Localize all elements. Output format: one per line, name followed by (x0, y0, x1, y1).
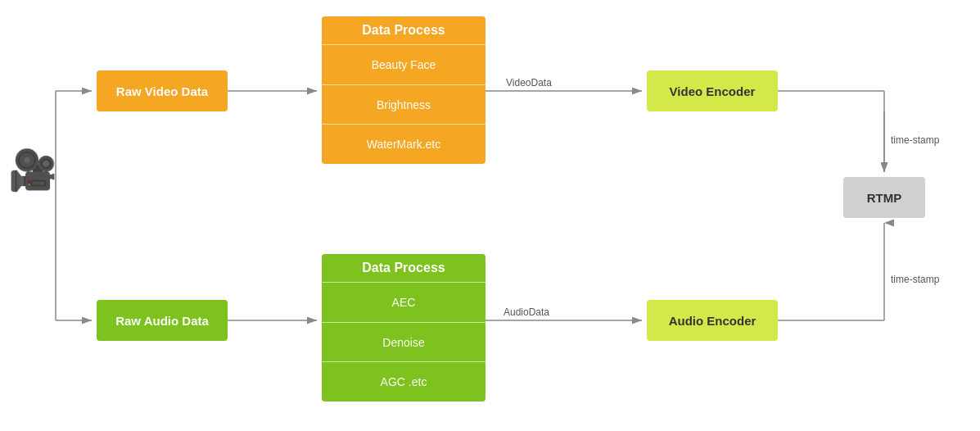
diagram: 🎥 Raw Video Data Raw Audio Data Data Pro… (0, 0, 980, 431)
data-process-video-header: Data Process (322, 16, 485, 44)
audio-data-label: AudioData (504, 306, 549, 318)
rtmp-box: RTMP (843, 177, 925, 218)
timestamp-label-1: time-stamp (891, 134, 940, 146)
video-encoder-box: Video Encoder (647, 70, 778, 111)
raw-audio-label: Raw Audio Data (115, 314, 209, 328)
audio-encoder-box: Audio Encoder (647, 300, 778, 341)
raw-video-label: Raw Video Data (116, 84, 208, 98)
process-audio-item-3: AGC .etc (322, 361, 485, 402)
video-data-label: VideoData (506, 77, 552, 88)
timestamp-label-2: time-stamp (891, 274, 940, 285)
arrows-svg: VideoData time-stamp AudioData time-stam… (0, 0, 980, 431)
video-encoder-label: Video Encoder (670, 84, 756, 98)
process-video-item-2: Brightness (322, 84, 485, 125)
raw-video-box: Raw Video Data (97, 70, 228, 111)
camera-icon: 🎥 (8, 147, 57, 193)
process-audio-item-1: AEC (322, 282, 485, 322)
process-video-item-3: WaterMark.etc (322, 124, 485, 164)
data-process-audio-items: AEC Denoise AGC .etc (322, 282, 485, 402)
audio-encoder-label: Audio Encoder (669, 314, 756, 328)
data-process-video-box: Data Process Beauty Face Brightness Wate… (322, 16, 485, 164)
data-process-audio-header: Data Process (322, 254, 485, 282)
rtmp-label: RTMP (867, 191, 902, 205)
data-process-audio-box: Data Process AEC Denoise AGC .etc (322, 254, 485, 402)
raw-audio-box: Raw Audio Data (97, 300, 228, 341)
process-video-item-1: Beauty Face (322, 44, 485, 84)
process-audio-item-2: Denoise (322, 322, 485, 362)
data-process-video-items: Beauty Face Brightness WaterMark.etc (322, 44, 485, 164)
